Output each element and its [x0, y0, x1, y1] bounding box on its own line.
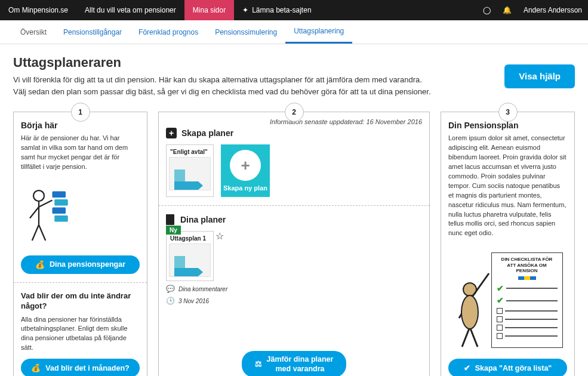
compare-plans-button[interactable]: ⚖ Jämför dina planer med varandra	[242, 351, 347, 376]
notifications-icon[interactable]: 🔔	[497, 0, 518, 20]
checkbox-icon	[497, 333, 503, 339]
step-3-column: 3 Din Pensionsplan Lorem ipsum dolor sit…	[441, 112, 575, 376]
top-nav: Om Minpension.se Allt du vill veta om pe…	[0, 0, 588, 20]
check-icon: ✔	[497, 283, 504, 294]
mini-chart	[169, 157, 211, 190]
topnav-item-leave-beta[interactable]: ✦ Lämna beta-sajten	[234, 0, 319, 20]
your-plans-header: Dina planer	[166, 214, 422, 225]
section-divider	[159, 205, 429, 206]
monthly-amount-button[interactable]: 💰 Vad blir det i månaden?	[21, 359, 140, 376]
mini-chart	[169, 244, 211, 277]
page-content: Uttagsplaneraren Vi vill förenkla för di…	[0, 44, 588, 376]
tab-withdrawal-planning[interactable]: Uttagsplanering	[285, 20, 352, 44]
svg-point-0	[33, 190, 44, 201]
svg-rect-6	[53, 191, 66, 198]
pension-plan-card: 3 Din Pensionsplan Lorem ipsum dolor sit…	[441, 112, 575, 376]
step-badge: 1	[71, 103, 90, 122]
new-badge: Ny	[166, 226, 181, 235]
svg-line-4	[32, 225, 39, 241]
card-title: Vad blir der om du inte ändrar något?	[21, 291, 140, 312]
create-todo-list-button[interactable]: ✔ Skapa "Att göra lista"	[448, 359, 567, 376]
tab-label: Förenklad prognos	[138, 28, 198, 36]
your-pension-money-button[interactable]: 💰 Dina pensionspengar	[21, 255, 140, 274]
checklist-rows: ✔ ✔	[497, 283, 558, 340]
tile-title: Uttagsplan 1	[170, 235, 211, 242]
topnav-item-my-pages[interactable]: Mina sidor	[184, 0, 234, 20]
step-1-column: 1 Börja här Här är de pensioner du har. …	[13, 112, 147, 376]
help-button[interactable]: Visa hjälp	[504, 64, 575, 88]
svg-line-2	[30, 207, 39, 218]
user-plan-tiles: Ny ☆ Uttagsplan 1	[166, 231, 422, 281]
card-title: Din Pensionsplan	[448, 121, 567, 130]
tile-label: Skapa ny plan	[223, 184, 267, 192]
step-badge: 2	[285, 103, 304, 122]
person-pointing-icon	[453, 258, 495, 348]
document-icon	[166, 214, 174, 225]
page-description: Vi vill förenkla för dig att ta ut din p…	[13, 74, 431, 97]
page-title: Uttagsplaneraren	[13, 55, 431, 70]
meta-text: 3 Nov 2016	[178, 298, 209, 304]
svg-point-11	[461, 295, 478, 329]
plans-card: 2 Information senaste uppdaterad: 16 Nov…	[158, 112, 430, 376]
circle-status-icon[interactable]: ◯	[477, 0, 497, 20]
card-text: Lorem ipsum dolor sit amet, consectetur …	[448, 134, 567, 238]
plan-date-meta: 🕒 3 Nov 2016	[166, 297, 422, 305]
tile-title: "Enligt avtal"	[170, 149, 211, 155]
card-title: Börja här	[21, 121, 140, 130]
nav-label: Allt du vill veta om pensioner	[85, 6, 176, 14]
svg-rect-7	[54, 199, 68, 206]
tab-overview[interactable]: Översikt	[12, 20, 55, 44]
tab-simulation[interactable]: Pensionssimulering	[207, 20, 285, 44]
star-favorite-icon[interactable]: ☆	[216, 230, 224, 242]
exit-icon: ✦	[242, 6, 248, 14]
button-label: Jämför dina planer med varandra	[267, 355, 334, 374]
step-columns: 1 Börja här Här är de pensioner du har. …	[13, 112, 575, 376]
plan-template-tile[interactable]: "Enligt avtal"	[166, 144, 214, 197]
step-2-column: 2 Information senaste uppdaterad: 16 Nov…	[158, 112, 430, 376]
checklist-title: DIN CHECKLISTA FÖR ATT ANSÖKA OM PENSION	[497, 257, 558, 274]
svg-rect-8	[53, 207, 66, 214]
money-bag-icon: 💰	[31, 363, 41, 372]
flag-icon	[518, 276, 536, 280]
compare-button-wrap: ⚖ Jämför dina planer med varandra	[166, 345, 422, 376]
tab-label: Översikt	[20, 28, 47, 36]
checkbox-icon	[497, 316, 503, 322]
start-here-card: 1 Börja här Här är de pensioner du har. …	[13, 112, 147, 376]
svg-line-5	[39, 225, 45, 241]
tab-assets[interactable]: Pensionstillgångar	[55, 20, 130, 44]
plus-icon: +	[166, 128, 177, 138]
create-new-plan-tile[interactable]: + Skapa ny plan	[221, 144, 270, 197]
nav-label: Lämna beta-sajten	[252, 6, 311, 14]
button-label: Visa hjälp	[519, 71, 561, 81]
spacer	[320, 0, 477, 20]
sub-nav: Översikt Pensionstillgångar Förenklad pr…	[0, 20, 588, 44]
svg-rect-9	[54, 215, 68, 222]
plan-comments-meta: 💬 Dina kommentarer	[166, 285, 422, 293]
button-label: Skapa "Att göra lista"	[475, 364, 552, 372]
user-menu[interactable]: Anders Andersson	[518, 0, 588, 20]
check-icon: ✔	[464, 363, 470, 372]
clock-icon: 🕒	[166, 297, 175, 305]
checkbox-icon	[497, 308, 503, 314]
button-label: Dina pensionspengar	[50, 260, 125, 269]
page-header-row: Uttagsplaneraren Vi vill förenkla för di…	[13, 55, 575, 97]
tab-label: Pensionstillgångar	[63, 28, 122, 36]
template-plan-tiles: "Enligt avtal" + Skapa ny plan	[166, 144, 422, 197]
step-badge: 3	[498, 103, 518, 122]
tab-simplified-forecast[interactable]: Förenklad prognos	[130, 20, 207, 44]
card-text: Här är de pensioner du har. Vi har samla…	[21, 134, 140, 172]
check-icon: ✔	[497, 295, 504, 306]
topnav-item-about[interactable]: Om Minpension.se	[0, 0, 76, 20]
topnav-item-pensions-info[interactable]: Allt du vill veta om pensioner	[76, 0, 184, 20]
tab-label: Pensionssimulering	[215, 28, 277, 36]
section-title: Dina planer	[180, 215, 226, 224]
button-label: Vad blir det i månaden?	[45, 364, 129, 372]
scale-icon: ⚖	[255, 359, 262, 369]
user-plan-tile[interactable]: Ny ☆ Uttagsplan 1	[166, 231, 214, 281]
user-name: Anders Andersson	[524, 6, 582, 14]
nav-label: Mina sidor	[193, 6, 226, 14]
tab-label: Uttagsplanering	[294, 27, 344, 35]
plus-circle-icon: +	[230, 150, 261, 181]
person-chart-illustration	[21, 178, 75, 249]
section-title: Skapa planer	[181, 128, 233, 138]
